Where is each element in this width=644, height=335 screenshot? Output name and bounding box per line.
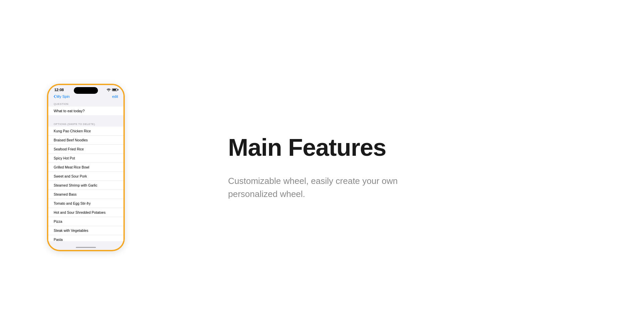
options-section-header: OPTIONS (SWIPE TO DELETE)	[48, 121, 123, 127]
feature-title: Main Features	[228, 134, 617, 161]
feature-description: Customizable wheel, easily create your o…	[228, 175, 402, 201]
nav-edit-button[interactable]: edit	[112, 94, 118, 98]
status-bar: 12:08	[48, 85, 123, 93]
list-item[interactable]: Sweet and Sour Pork	[48, 172, 123, 181]
list-item[interactable]: Spicy Hot Pot	[48, 154, 123, 163]
dynamic-island	[74, 87, 98, 94]
home-indicator	[76, 247, 96, 248]
list-item[interactable]: Steak with Vegetables	[48, 226, 123, 235]
list-item[interactable]: Seafood Fried Rice	[48, 145, 123, 154]
phone-frame: 12:08	[47, 84, 125, 251]
page-container: 12:08	[0, 0, 644, 335]
phone-wrapper: 12:08	[47, 84, 134, 251]
list-item[interactable]: Steamed Bass	[48, 190, 123, 199]
status-time: 12:08	[54, 88, 64, 92]
nav-back[interactable]: My Spin	[54, 94, 70, 98]
question-value: What to eat today?	[48, 107, 123, 115]
status-icons	[107, 88, 117, 91]
list-item[interactable]: Braised Beef Noodles	[48, 136, 123, 145]
wifi-icon	[107, 88, 111, 91]
feature-text: Main Features Customizable wheel, easily…	[201, 134, 617, 200]
back-chevron-icon	[54, 95, 56, 98]
nav-bar: My Spin edit	[48, 93, 123, 100]
question-section: What to eat today?	[48, 107, 123, 115]
list-item[interactable]: Tomato and Egg Stir-fry	[48, 199, 123, 208]
battery-icon	[112, 88, 117, 91]
question-section-header: QUESTION	[48, 100, 123, 107]
list-item[interactable]: Kung Pao Chicken Rice	[48, 127, 123, 136]
options-section: Kung Pao Chicken RiceBraised Beef Noodle…	[48, 127, 123, 241]
list-item[interactable]: Pasta	[48, 235, 123, 241]
list-item[interactable]: Grilled Meat Rice Bowl	[48, 163, 123, 172]
phone-content: QUESTION What to eat today? OPTIONS (SWI…	[48, 100, 123, 241]
list-item[interactable]: Hot and Sour Shredded Potatoes	[48, 208, 123, 217]
list-item[interactable]: Steamed Shrimp with Garlic	[48, 181, 123, 190]
list-item[interactable]: Pizza	[48, 217, 123, 226]
